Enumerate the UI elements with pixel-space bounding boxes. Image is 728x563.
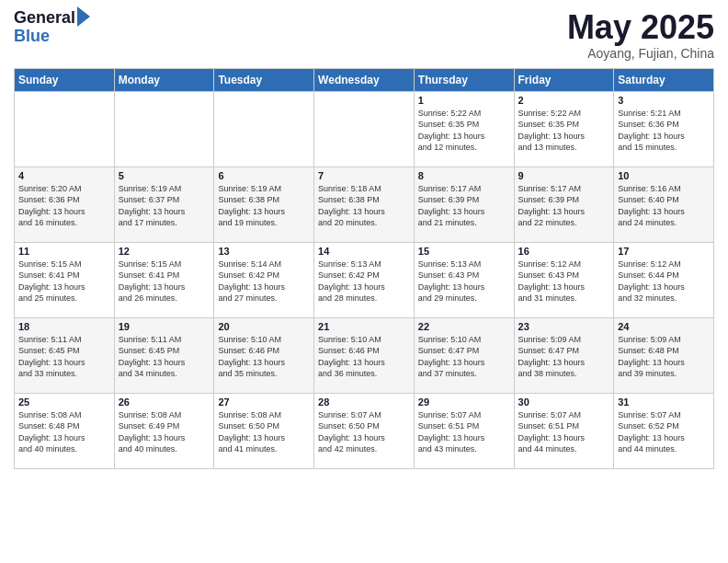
- calendar-cell: [114, 91, 214, 167]
- weekday-header-row: SundayMondayTuesdayWednesdayThursdayFrid…: [15, 68, 714, 91]
- calendar-cell: 17Sunrise: 5:12 AM Sunset: 6:44 PM Dayli…: [614, 242, 714, 317]
- calendar-cell: 14Sunrise: 5:13 AM Sunset: 6:42 PM Dayli…: [314, 242, 415, 317]
- calendar-cell: 10Sunrise: 5:16 AM Sunset: 6:40 PM Dayli…: [614, 167, 714, 242]
- calendar-cell: 28Sunrise: 5:07 AM Sunset: 6:50 PM Dayli…: [314, 393, 415, 468]
- day-number: 13: [218, 246, 310, 257]
- logo-general: General: [14, 9, 75, 28]
- day-info: Sunrise: 5:17 AM Sunset: 6:39 PM Dayligh…: [518, 183, 610, 229]
- calendar-cell: 19Sunrise: 5:11 AM Sunset: 6:45 PM Dayli…: [114, 317, 214, 393]
- calendar-cell: 21Sunrise: 5:10 AM Sunset: 6:46 PM Dayli…: [314, 317, 415, 393]
- calendar-cell: 6Sunrise: 5:19 AM Sunset: 6:38 PM Daylig…: [214, 167, 314, 242]
- day-number: 8: [418, 170, 510, 181]
- day-info: Sunrise: 5:09 AM Sunset: 6:48 PM Dayligh…: [618, 334, 710, 380]
- calendar-row-4: 25Sunrise: 5:08 AM Sunset: 6:48 PM Dayli…: [15, 393, 714, 468]
- header: General Blue May 2025 Aoyang, Fujian, Ch…: [14, 9, 714, 61]
- weekday-header-saturday: Saturday: [614, 68, 714, 91]
- day-info: Sunrise: 5:18 AM Sunset: 6:38 PM Dayligh…: [318, 183, 410, 229]
- day-number: 11: [18, 246, 110, 257]
- calendar-cell: 9Sunrise: 5:17 AM Sunset: 6:39 PM Daylig…: [514, 167, 614, 242]
- calendar-cell: 22Sunrise: 5:10 AM Sunset: 6:47 PM Dayli…: [414, 317, 514, 393]
- calendar-cell: 3Sunrise: 5:21 AM Sunset: 6:36 PM Daylig…: [614, 91, 714, 167]
- weekday-header-thursday: Thursday: [414, 68, 514, 91]
- day-number: 4: [18, 170, 110, 181]
- day-number: 9: [518, 170, 610, 181]
- calendar-row-3: 18Sunrise: 5:11 AM Sunset: 6:45 PM Dayli…: [15, 317, 714, 393]
- day-info: Sunrise: 5:19 AM Sunset: 6:37 PM Dayligh…: [119, 183, 210, 229]
- day-info: Sunrise: 5:12 AM Sunset: 6:44 PM Dayligh…: [618, 259, 710, 304]
- day-number: 6: [218, 170, 310, 181]
- calendar-cell: [15, 91, 115, 167]
- day-number: 14: [318, 246, 410, 257]
- day-number: 27: [218, 396, 310, 408]
- day-number: 26: [119, 396, 210, 408]
- day-info: Sunrise: 5:08 AM Sunset: 6:49 PM Dayligh…: [119, 409, 210, 455]
- svg-marker-0: [77, 6, 90, 27]
- month-title: May 2025: [567, 9, 714, 46]
- day-info: Sunrise: 5:10 AM Sunset: 6:47 PM Dayligh…: [418, 334, 510, 380]
- weekday-header-wednesday: Wednesday: [314, 68, 415, 91]
- day-number: 19: [119, 321, 210, 332]
- calendar-cell: 16Sunrise: 5:12 AM Sunset: 6:43 PM Dayli…: [514, 242, 614, 317]
- day-info: Sunrise: 5:10 AM Sunset: 6:46 PM Dayligh…: [218, 334, 310, 380]
- day-number: 3: [618, 95, 710, 106]
- day-number: 30: [518, 396, 610, 408]
- calendar-cell: 13Sunrise: 5:14 AM Sunset: 6:42 PM Dayli…: [214, 242, 314, 317]
- day-number: 28: [318, 396, 410, 408]
- day-info: Sunrise: 5:15 AM Sunset: 6:41 PM Dayligh…: [18, 259, 110, 304]
- day-number: 31: [618, 396, 710, 408]
- day-number: 16: [518, 246, 610, 257]
- calendar-cell: 5Sunrise: 5:19 AM Sunset: 6:37 PM Daylig…: [114, 167, 214, 242]
- calendar-cell: 26Sunrise: 5:08 AM Sunset: 6:49 PM Dayli…: [114, 393, 214, 468]
- calendar-cell: 27Sunrise: 5:08 AM Sunset: 6:50 PM Dayli…: [214, 393, 314, 468]
- day-number: 2: [518, 95, 610, 106]
- calendar-row-0: 1Sunrise: 5:22 AM Sunset: 6:35 PM Daylig…: [15, 91, 714, 167]
- day-number: 5: [119, 170, 210, 181]
- calendar-cell: 11Sunrise: 5:15 AM Sunset: 6:41 PM Dayli…: [15, 242, 115, 317]
- logo: General Blue: [14, 9, 90, 46]
- day-info: Sunrise: 5:08 AM Sunset: 6:50 PM Dayligh…: [218, 409, 310, 455]
- day-info: Sunrise: 5:07 AM Sunset: 6:51 PM Dayligh…: [518, 409, 610, 455]
- day-number: 23: [518, 321, 610, 332]
- calendar-cell: 1Sunrise: 5:22 AM Sunset: 6:35 PM Daylig…: [414, 91, 514, 167]
- calendar-cell: 24Sunrise: 5:09 AM Sunset: 6:48 PM Dayli…: [614, 317, 714, 393]
- day-number: 21: [318, 321, 410, 332]
- day-number: 17: [618, 246, 710, 257]
- day-info: Sunrise: 5:16 AM Sunset: 6:40 PM Dayligh…: [618, 183, 710, 229]
- day-info: Sunrise: 5:11 AM Sunset: 6:45 PM Dayligh…: [18, 334, 110, 380]
- day-info: Sunrise: 5:21 AM Sunset: 6:36 PM Dayligh…: [618, 108, 710, 154]
- calendar-table: SundayMondayTuesdayWednesdayThursdayFrid…: [14, 68, 714, 469]
- logo-icon: [77, 6, 90, 27]
- logo-text: General Blue: [14, 9, 90, 46]
- calendar-row-2: 11Sunrise: 5:15 AM Sunset: 6:41 PM Dayli…: [15, 242, 714, 317]
- day-number: 7: [318, 170, 410, 181]
- day-info: Sunrise: 5:13 AM Sunset: 6:42 PM Dayligh…: [318, 259, 410, 304]
- day-info: Sunrise: 5:19 AM Sunset: 6:38 PM Dayligh…: [218, 183, 310, 229]
- calendar-cell: 18Sunrise: 5:11 AM Sunset: 6:45 PM Dayli…: [15, 317, 115, 393]
- day-info: Sunrise: 5:22 AM Sunset: 6:35 PM Dayligh…: [518, 108, 610, 154]
- calendar-cell: 15Sunrise: 5:13 AM Sunset: 6:43 PM Dayli…: [414, 242, 514, 317]
- day-number: 1: [418, 95, 510, 106]
- day-number: 22: [418, 321, 510, 332]
- weekday-header-friday: Friday: [514, 68, 614, 91]
- day-info: Sunrise: 5:08 AM Sunset: 6:48 PM Dayligh…: [18, 409, 110, 455]
- page: General Blue May 2025 Aoyang, Fujian, Ch…: [0, 0, 728, 563]
- weekday-header-tuesday: Tuesday: [214, 68, 314, 91]
- day-number: 18: [18, 321, 110, 332]
- day-info: Sunrise: 5:07 AM Sunset: 6:51 PM Dayligh…: [418, 409, 510, 455]
- calendar-cell: 23Sunrise: 5:09 AM Sunset: 6:47 PM Dayli…: [514, 317, 614, 393]
- day-info: Sunrise: 5:15 AM Sunset: 6:41 PM Dayligh…: [119, 259, 210, 304]
- title-block: May 2025 Aoyang, Fujian, China: [567, 9, 714, 61]
- day-info: Sunrise: 5:17 AM Sunset: 6:39 PM Dayligh…: [418, 183, 510, 229]
- day-info: Sunrise: 5:22 AM Sunset: 6:35 PM Dayligh…: [418, 108, 510, 154]
- calendar-cell: 2Sunrise: 5:22 AM Sunset: 6:35 PM Daylig…: [514, 91, 614, 167]
- day-number: 15: [418, 246, 510, 257]
- calendar-cell: 29Sunrise: 5:07 AM Sunset: 6:51 PM Dayli…: [414, 393, 514, 468]
- logo-blue: Blue: [14, 28, 90, 46]
- day-info: Sunrise: 5:14 AM Sunset: 6:42 PM Dayligh…: [218, 259, 310, 304]
- calendar-cell: 8Sunrise: 5:17 AM Sunset: 6:39 PM Daylig…: [414, 167, 514, 242]
- calendar-row-1: 4Sunrise: 5:20 AM Sunset: 6:36 PM Daylig…: [15, 167, 714, 242]
- weekday-header-sunday: Sunday: [15, 68, 115, 91]
- day-info: Sunrise: 5:07 AM Sunset: 6:52 PM Dayligh…: [618, 409, 710, 455]
- calendar-cell: [314, 91, 415, 167]
- weekday-header-monday: Monday: [114, 68, 214, 91]
